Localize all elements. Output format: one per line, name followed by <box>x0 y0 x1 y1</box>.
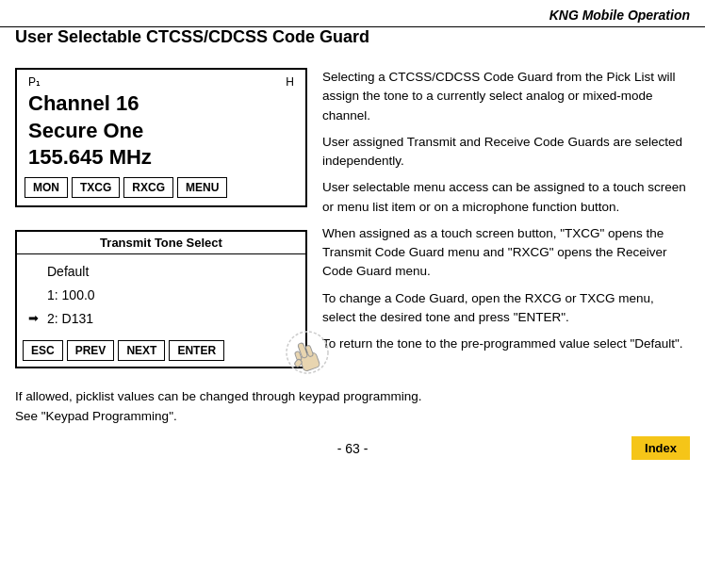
footer-note: If allowed, picklist values can be chang… <box>0 380 705 430</box>
header-title: KNG Mobile Operation <box>549 8 690 23</box>
right-text-2: User selectable menu access can be assig… <box>322 178 690 217</box>
right-text-0: Selecting a CTCSS/CDCSS Code Guard from … <box>322 68 690 125</box>
tone-item-2: 2: D131 <box>28 307 294 331</box>
tone-select-title: Transmit Tone Select <box>17 232 305 254</box>
radio-button-row: MON TXCG RXCG MENU <box>25 177 298 198</box>
tone-item-1: 1: 100.0 <box>28 284 294 307</box>
menu-button[interactable]: MENU <box>177 177 227 198</box>
left-column: P₁ H Channel 16 Secure One 155.645 MHz M… <box>15 68 307 368</box>
right-text-1: User assigned Transmit and Receive Code … <box>322 133 690 172</box>
radio-h-label: H <box>286 75 294 89</box>
footer-note-line1: If allowed, picklist values can be chang… <box>15 387 690 406</box>
rxcg-button[interactable]: RXCG <box>123 177 173 198</box>
next-button[interactable]: NEXT <box>118 340 165 361</box>
mon-button[interactable]: MON <box>25 177 68 198</box>
tone-button-row: ESC PREV NEXT ENTER <box>17 336 305 367</box>
footer-note-line2: See "Keypad Programming". <box>15 407 690 426</box>
radio-display: P₁ H Channel 16 Secure One 155.645 MHz M… <box>15 68 307 207</box>
page-number: - 63 - <box>337 441 369 456</box>
enter-button[interactable]: ENTER <box>169 340 224 361</box>
page-footer: - 63 - Index <box>0 433 705 464</box>
txcg-button[interactable]: TXCG <box>72 177 120 198</box>
right-text-5: To return the tone to the pre-programmed… <box>322 335 690 353</box>
hand-icon <box>281 326 334 382</box>
section-title: User Selectable CTCSS/CDCSS Code Guard <box>0 27 705 47</box>
tone-item-default: Default <box>28 260 294 284</box>
tone-select-box: Transmit Tone Select Default 1: 100.0 2:… <box>15 230 307 369</box>
radio-top-bar: P₁ H <box>25 75 298 89</box>
radio-channel-line2: Secure One <box>25 118 298 145</box>
right-text-3: When assigned as a touch screen button, … <box>322 224 690 282</box>
index-button[interactable]: Index <box>631 436 690 460</box>
prev-button[interactable]: PREV <box>67 340 115 361</box>
page-header: KNG Mobile Operation <box>0 0 705 27</box>
radio-channel-line3: 155.645 MHz <box>25 144 298 172</box>
tone-select-list: Default 1: 100.0 2: D131 <box>17 254 305 337</box>
radio-p1-label: P₁ <box>28 75 41 89</box>
right-text-4: To change a Code Guard, open the RXCG or… <box>322 289 690 328</box>
esc-button[interactable]: ESC <box>23 340 63 361</box>
right-column: Selecting a CTCSS/CDCSS Code Guard from … <box>322 68 690 368</box>
radio-channel-line1: Channel 16 <box>25 90 298 118</box>
